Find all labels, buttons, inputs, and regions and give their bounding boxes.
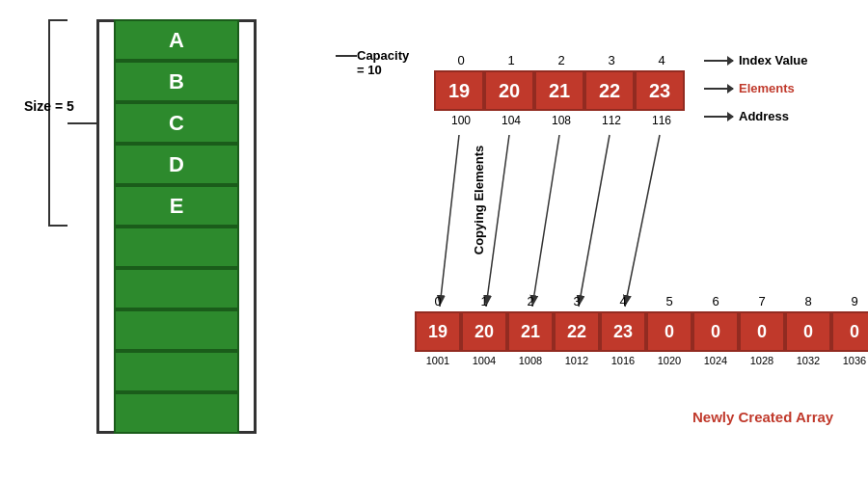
new-array-label: Newly Created Array [692,409,833,425]
top-array-section: 0 1 2 3 4 19 20 21 22 23 100 104 108 112… [434,53,687,127]
addr-cell-bottom: 1001 [415,355,461,366]
table-row: 0 [831,311,868,352]
index-row-bottom: 0 1 2 3 4 5 6 7 8 9 [415,294,868,308]
bracket-right [239,19,257,434]
bottom-array-cells: 19 20 21 22 23 0 0 0 0 0 [415,311,868,352]
addr-cell-bottom: 1016 [600,355,646,366]
addr-cell-bottom: 1012 [554,355,600,366]
addr-cell: 116 [637,114,687,127]
addr-cell-bottom: 1028 [739,355,785,366]
index-cell: 2 [536,53,586,67]
index-cell-bottom: 9 [831,294,868,308]
legend-arrow-elements-icon [704,88,733,90]
table-row: 22 [554,311,600,352]
table-row: 23 [600,311,646,352]
table-row: 20 [461,311,507,352]
index-cell-bottom: 7 [739,294,785,308]
addr-cell-bottom: 1004 [461,355,507,366]
array-cells-left: A B C D E [114,19,239,434]
bottom-array-section: 0 1 2 3 4 5 6 7 8 9 19 20 21 22 23 0 0 0… [415,294,868,366]
legend-elements: Elements [704,81,808,95]
index-cell: 4 [637,53,687,67]
table-row: 21 [534,70,584,111]
table-row: 0 [785,311,831,352]
addr-cell-bottom: 1032 [785,355,831,366]
index-cell: 3 [586,53,637,67]
table-row: 19 [415,311,461,352]
table-row: 21 [507,311,554,352]
list-item: C [114,102,239,144]
list-item [114,268,239,309]
svg-line-5 [625,135,660,307]
table-row: 0 [692,311,739,352]
list-item: A [114,19,239,61]
size-brace [48,19,68,227]
addr-cell: 112 [586,114,637,127]
legend-elements-label: Elements [739,81,795,95]
index-cell-bottom: 2 [507,294,554,308]
table-row: 0 [646,311,692,352]
list-item: E [114,185,239,227]
list-item [114,351,239,392]
index-cell-bottom: 3 [554,294,600,308]
addr-cell: 104 [486,114,536,127]
table-row: 0 [739,311,785,352]
addr-cell: 100 [436,114,486,127]
left-array-section: Size = 5 A B C D E Capacity = 10 [96,19,257,434]
list-item [114,227,239,268]
index-cell: 1 [486,53,536,67]
list-item: D [114,144,239,185]
list-item: B [114,61,239,102]
legend-arrow-icon [704,60,733,62]
index-cell-bottom: 4 [600,294,646,308]
legend-arrow-address-icon [704,116,733,118]
list-item [114,309,239,351]
addr-cell-bottom: 1036 [831,355,868,366]
bracket-left [96,19,114,434]
legend-address-label: Address [739,109,789,123]
diagram-container: { "title": "Array Copy Diagram", "left_a… [0,0,868,482]
index-row-top: 0 1 2 3 4 [436,53,687,67]
index-cell: 0 [436,53,486,67]
table-row: 22 [584,70,635,111]
capacity-label: Capacity = 10 [357,48,409,77]
index-cell-bottom: 5 [646,294,692,308]
copying-elements-label: Copying Elements [472,146,486,254]
left-array-wrapper: A B C D E [96,19,257,434]
size-brace-line [68,122,96,124]
legend-address: Address [704,109,808,123]
addr-cell-bottom: 1024 [692,355,739,366]
addr-cell-bottom: 1020 [646,355,692,366]
addr-row-top: 100 104 108 112 116 [436,114,687,127]
top-array-cells: 19 20 21 22 23 [434,70,687,111]
legend-index: Index Value [704,53,808,67]
svg-line-4 [579,135,610,307]
capacity-line [336,55,357,57]
size-label: Size = 5 [24,98,74,114]
table-row: 20 [484,70,534,111]
table-row: 23 [635,70,685,111]
index-cell-bottom: 0 [415,294,461,308]
addr-row-bottom: 1001 1004 1008 1012 1016 1020 1024 1028 … [415,355,868,366]
legend-index-label: Index Value [739,53,808,67]
table-row: 19 [434,70,484,111]
addr-cell-bottom: 1008 [507,355,554,366]
list-item [114,392,239,434]
index-cell-bottom: 1 [461,294,507,308]
index-cell-bottom: 6 [692,294,739,308]
legend: Index Value Elements Address [704,53,808,137]
addr-cell: 108 [536,114,586,127]
index-cell-bottom: 8 [785,294,831,308]
svg-line-1 [440,135,459,307]
svg-line-3 [532,135,559,307]
svg-line-2 [486,135,509,307]
